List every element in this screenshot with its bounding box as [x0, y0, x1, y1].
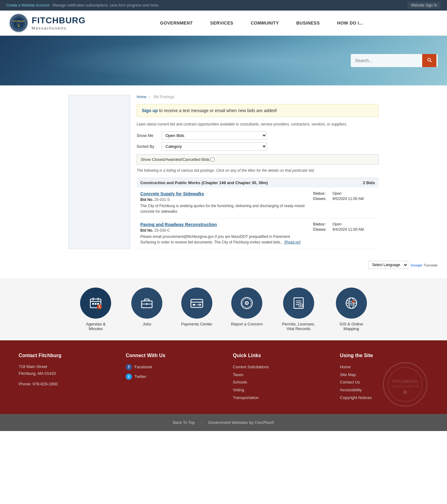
- bid-number-1: 25-031-S: [154, 198, 169, 202]
- create-account-text: - Manage notification subscriptions, sav…: [50, 3, 160, 7]
- back-to-top-link[interactable]: Back To Top: [173, 420, 195, 425]
- bid-status-1: Status: Open Closes: 9/5/2024 11:00 AM: [313, 191, 375, 202]
- permits-icon-circle: [283, 288, 314, 319]
- calendar-icon: [88, 295, 103, 311]
- svg-rect-20: [193, 304, 195, 306]
- footer-contact: Contact Fitchburg 718 Main Street Fitchb…: [19, 353, 107, 402]
- breadcrumb-home[interactable]: Home: [137, 95, 147, 99]
- footer-twitter-row[interactable]: t Twitter: [126, 373, 214, 381]
- translate-bar: Select Language Google Translate: [0, 258, 447, 269]
- bid-closes-row-2: Closes: 9/4/2024 11:00 AM: [313, 227, 375, 232]
- language-select[interactable]: Select Language: [368, 261, 408, 269]
- footer-phone-number: 978-829-1800: [33, 382, 58, 386]
- quick-link-gis[interactable]: GIS & Online Mapping: [334, 288, 368, 331]
- city-seal-icon: FITCHBURG MASS: [11, 15, 26, 31]
- bid-details-2: Paving and Roadway Reconstruction Bid No…: [140, 222, 375, 245]
- search-icon: [427, 57, 432, 63]
- quick-link-jobs[interactable]: Jobs: [131, 288, 162, 331]
- read-on-link-2[interactable]: [Read on]: [284, 240, 300, 244]
- bid-number-2: 25-030-C: [154, 228, 170, 233]
- closes-value-1: 9/5/2024 11:00 AM: [332, 197, 364, 201]
- footer-link-transportation[interactable]: Transportation: [233, 394, 321, 402]
- svg-point-41: [403, 390, 407, 394]
- footer-quick-links-heading: Quick Links: [233, 353, 321, 358]
- signup-link[interactable]: Sign up: [142, 108, 158, 113]
- footer-facebook-row[interactable]: f Facebook: [126, 363, 214, 371]
- svg-point-38: [388, 367, 422, 402]
- quick-link-payments[interactable]: Payments Center: [181, 288, 212, 331]
- search-button[interactable]: [422, 54, 436, 67]
- footer-main: Contact Fitchburg 718 Main Street Fitchb…: [0, 340, 447, 414]
- nav-services[interactable]: SERVICES: [201, 17, 242, 29]
- bid-desc-text-2: Please email procurement@fitchburgma.gov…: [140, 234, 290, 244]
- city-name: FITCHBURG: [32, 15, 86, 26]
- footer-phone-label: Phone:: [19, 382, 31, 386]
- bid-status-2: Status: Open Closes: 9/4/2024 11:00 AM: [313, 222, 375, 233]
- city-name-area: FITCHBURG Massachusetts: [32, 15, 86, 30]
- nav-community[interactable]: COMMUNITY: [242, 17, 288, 29]
- briefcase-icon: [139, 295, 155, 311]
- closes-value-2: 9/4/2024 11:00 AM: [332, 227, 364, 232]
- nav-business[interactable]: BUSINESS: [287, 17, 328, 29]
- bid-description-1: The City of Fitchburg is seeking quotes …: [140, 203, 307, 214]
- main-content: Home › Bid Postings Sign up to receive a…: [62, 95, 385, 249]
- quick-link-agendas[interactable]: Agendas & Minutes: [79, 288, 113, 331]
- nav-how-do-i[interactable]: HOW DO I...: [328, 17, 372, 29]
- payments-label: Payments Center: [181, 322, 212, 326]
- quick-links-section: Agendas & Minutes Jobs: [0, 278, 447, 340]
- svg-point-37: [383, 363, 427, 406]
- report-icon-circle: [231, 288, 262, 319]
- footer-quick-links: Quick Links Current Solicitations Taxes …: [233, 353, 321, 402]
- footer-link-voting[interactable]: Voting: [233, 386, 321, 394]
- jobs-icon-circle: [131, 288, 162, 319]
- footer-link-current-solicitations[interactable]: Current Solicitations: [233, 363, 321, 371]
- bid-item-2: Paving and Roadway Reconstruction Bid No…: [137, 218, 379, 249]
- footer-divider: |: [201, 420, 202, 425]
- footer-connect: Connect With Us f Facebook t Twitter: [126, 353, 214, 402]
- closed-bids-label: Show Closed/Awarded/Cancelled Bids:: [141, 157, 210, 162]
- agendas-label: Agendas & Minutes: [79, 322, 113, 331]
- city-seal: FITCHBURG MASS: [9, 14, 28, 32]
- twitter-link[interactable]: Twitter: [134, 373, 146, 381]
- breadcrumb-current: Bid Postings: [154, 95, 174, 99]
- sidebar: [68, 95, 130, 249]
- logo-area: FITCHBURG MASS FITCHBURG Massachusetts: [9, 14, 86, 32]
- nav-government[interactable]: GOVERNMENT: [151, 17, 201, 29]
- footer-link-taxes[interactable]: Taxes: [233, 371, 321, 379]
- footer-seal-watermark: FITCHBURG MASSACHUSETTS: [382, 361, 428, 408]
- translate-word: Translate: [424, 263, 438, 267]
- search-bar: [351, 54, 438, 67]
- facebook-link[interactable]: Facebook: [134, 363, 152, 371]
- site-header: FITCHBURG MASS FITCHBURG Massachusetts G…: [0, 11, 447, 36]
- svg-text:MASSACHUSETTS: MASSACHUSETTS: [391, 385, 419, 388]
- sorted-by-select[interactable]: Category: [161, 142, 267, 151]
- bid-title-2[interactable]: Paving and Roadway Reconstruction: [140, 222, 307, 227]
- footer-link-schools[interactable]: Schools: [233, 379, 321, 386]
- bid-title-1[interactable]: Concrete Supply for Sidewalks: [140, 191, 307, 196]
- status-label-2: Status:: [313, 222, 330, 226]
- status-label-1: Status:: [313, 191, 330, 196]
- bid-description-2: Please email procurement@fitchburgma.gov…: [140, 234, 307, 245]
- website-sign-in-button[interactable]: Website Sign In: [407, 2, 441, 9]
- gis-label: GIS & Online Mapping: [334, 322, 368, 331]
- quick-link-permits[interactable]: Permits, Licenses, Vital Records: [282, 288, 316, 331]
- facebook-icon: f: [126, 364, 132, 370]
- sorted-by-label: Sorted By: [137, 144, 161, 149]
- category-header: Construction and Public Works (Chapter 1…: [137, 178, 379, 188]
- bid-item-1: Concrete Supply for Sidewalks Bid No. 25…: [137, 188, 379, 218]
- permits-label: Permits, Licenses, Vital Records: [282, 322, 316, 331]
- bid-left-2: Paving and Roadway Reconstruction Bid No…: [140, 222, 307, 245]
- footer-contact-heading: Contact Fitchburg: [19, 353, 107, 358]
- bid-status-row-1: Status: Open: [313, 191, 375, 196]
- show-me-select[interactable]: Open Bids: [161, 131, 267, 140]
- closed-bids-checkbox[interactable]: [210, 157, 214, 161]
- svg-text:MASS: MASS: [17, 23, 20, 25]
- quick-link-report[interactable]: Report a Concern: [231, 288, 263, 331]
- signup-banner: Sign up to receive a text message or ema…: [137, 104, 379, 117]
- footer-phone: Phone: 978-829-1800: [19, 381, 107, 388]
- search-input[interactable]: [351, 55, 422, 66]
- create-account-link[interactable]: Create a Website Account: [6, 3, 49, 7]
- svg-point-0: [11, 16, 26, 30]
- bid-left-1: Concrete Supply for Sidewalks Bid No. 25…: [140, 191, 307, 214]
- jobs-label: Jobs: [143, 322, 151, 326]
